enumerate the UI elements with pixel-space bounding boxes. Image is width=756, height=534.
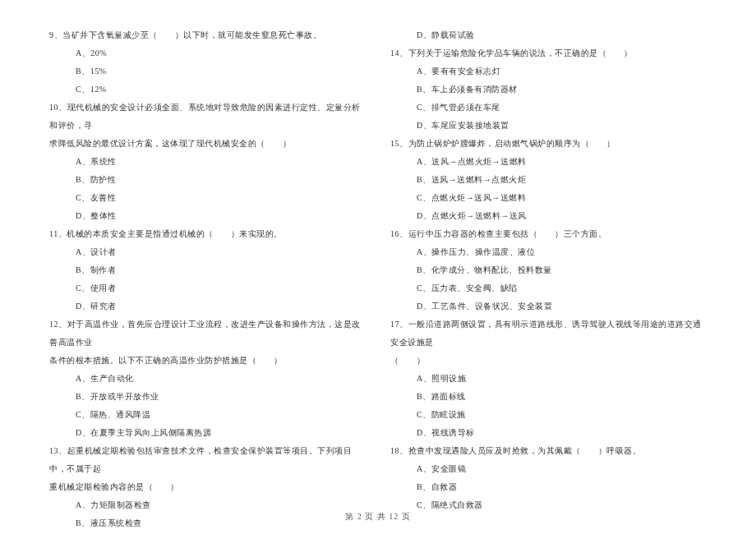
q15-opt-c: C、点燃火炬→送风→送燃料	[390, 189, 707, 207]
q11-opt-b: B、制作者	[49, 261, 366, 279]
left-column: 9、当矿井下含氧量减少至（ ）以下时，就可能发生窒息死亡事故。 A、20% B、…	[49, 26, 366, 503]
q10-opt-b: B、防护性	[49, 171, 366, 189]
q9-opt-a: A、20%	[49, 44, 366, 62]
q17-opt-a: A、照明设施	[390, 370, 707, 388]
q15-opt-b: B、送风→送燃料→点燃火炬	[390, 171, 707, 189]
q14-text: 14、下列关于运输危险化学品车辆的说法，不正确的是（ ）	[390, 44, 707, 62]
q12-opt-b: B、开放或半开放作业	[49, 388, 366, 406]
q10-text-line2: 求降低风险的最优设计方案，这体现了现代机械安全的（ ）	[49, 135, 366, 153]
q15-opt-d: D、点燃火炬→送燃料→送风	[390, 207, 707, 225]
q15-opt-a: A、送风→点燃火炬→送燃料	[390, 153, 707, 171]
q13-opt-d: D、静载荷试验	[390, 26, 707, 44]
q12-opt-a: A、生产自动化	[49, 370, 366, 388]
q12-opt-d: D、在夏季主导风向上风侧隔离热源	[49, 424, 366, 442]
q16-opt-a: A、操作压力、操作温度、液位	[390, 243, 707, 261]
q18-opt-b: B、自救器	[390, 478, 707, 496]
q10-opt-d: D、整体性	[49, 207, 366, 225]
q16-text: 16、运行中压力容器的检查主要包括（ ）三个方面。	[390, 225, 707, 243]
q14-opt-a: A、要有有安全标志灯	[390, 62, 707, 81]
q12-text-line1: 12、对于高温作业，首先应合理设计工业流程，改进生产设备和操作方法，这是改善高温…	[49, 315, 366, 352]
q18-text: 18、抢查中发现遇险人员应及时抢救，为其佩戴（ ）呼吸器。	[390, 442, 707, 460]
q12-text-line2: 条件的根本措施。以下不正确的高温作业防护措施是（ ）	[49, 352, 366, 370]
q17-text-line1: 17、一般沿道路两侧设置，具有明示道路线形、诱导驾驶人视线等用途的道路交通安全设…	[390, 315, 707, 352]
q9-opt-b: B、15%	[49, 62, 366, 81]
q10-text-line1: 10、现代机械的安全设计必须全面、系统地对导致危险的因素进行定性、定量分析和评价…	[49, 99, 366, 135]
q13-text-line1: 13、起重机械定期检验包括审查技术文件，检查安全保护装置等项目。下列项目中，不属…	[49, 442, 366, 478]
q13-text-line2: 重机械定期检验内容的是（ ）	[49, 478, 366, 496]
q14-opt-b: B、车上必须备有消防器材	[390, 81, 707, 99]
q17-text-line2: （ ）	[390, 352, 707, 370]
q14-opt-d: D、车尾应安装接地装置	[390, 117, 707, 135]
page-footer: 第 2 页 共 12 页	[0, 511, 756, 522]
q10-opt-a: A、系统性	[49, 153, 366, 171]
q17-opt-b: B、路面标线	[390, 388, 707, 406]
q11-opt-d: D、研究者	[49, 297, 366, 315]
q11-opt-c: C、使用者	[49, 279, 366, 297]
q11-opt-a: A、设计者	[49, 243, 366, 261]
right-column: D、静载荷试验 14、下列关于运输危险化学品车辆的说法，不正确的是（ ） A、要…	[390, 26, 707, 503]
q11-text: 11、机械的本质安全主要是指通过机械的（ ）来实现的。	[49, 225, 366, 243]
q16-opt-b: B、化学成分、物料配比、投料数量	[390, 261, 707, 279]
q15-text: 15、为防止锅炉炉膛爆炸，启动燃气锅炉的顺序为（ ）	[390, 135, 707, 153]
q17-opt-c: C、防眩设施	[390, 406, 707, 424]
q18-opt-a: A、安全眼镜	[390, 460, 707, 478]
q17-opt-d: D、视线诱导标	[390, 424, 707, 442]
q9-opt-c: C、12%	[49, 81, 366, 99]
q10-opt-c: C、友善性	[49, 189, 366, 207]
q9-text: 9、当矿井下含氧量减少至（ ）以下时，就可能发生窒息死亡事故。	[49, 26, 366, 44]
q16-opt-c: C、压力表、安全阀、缺陷	[390, 279, 707, 297]
q14-opt-c: C、排气管必须在车尾	[390, 99, 707, 117]
q16-opt-d: D、工艺条件、设备状况、安全装置	[390, 297, 707, 315]
content-columns: 9、当矿井下含氧量减少至（ ）以下时，就可能发生窒息死亡事故。 A、20% B、…	[49, 26, 707, 503]
q12-opt-c: C、隔热、通风降温	[49, 406, 366, 424]
